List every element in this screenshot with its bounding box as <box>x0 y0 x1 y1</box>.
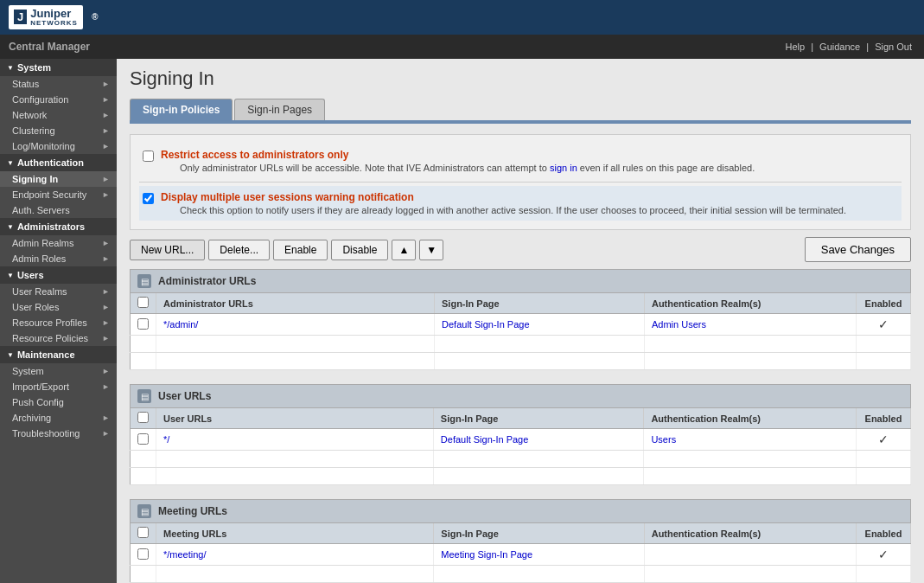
col-header-user-urls-3: Authentication Realm(s) <box>644 408 857 429</box>
auth-realm-link[interactable]: Admin Users <box>652 319 706 330</box>
row-checkbox[interactable] <box>137 433 149 445</box>
table-header-user-urls: ▤ User URLs <box>130 384 911 408</box>
sidebar-item-user-realms[interactable]: User Realms► <box>0 284 117 299</box>
table-title-admin-urls: Administrator URLs <box>158 275 256 287</box>
sidebar-item-clustering[interactable]: Clustering► <box>0 123 117 138</box>
signin-page-link[interactable]: Default Sign-In Page <box>441 434 529 445</box>
table-empty-row <box>131 451 911 468</box>
down-button[interactable]: ▼ <box>419 240 443 260</box>
table-section-admin-urls: ▤ Administrator URLs Administrator URLsS… <box>130 269 911 370</box>
up-button[interactable]: ▲ <box>392 240 416 260</box>
table-row: */Default Sign-In PageUsers✓ <box>131 429 911 451</box>
row-checkbox[interactable] <box>137 548 149 560</box>
auth-realm-link[interactable]: Users <box>651 434 676 445</box>
url-table-user-urls: User URLsSign-In PageAuthentication Real… <box>130 408 911 485</box>
signin-page-link[interactable]: Default Sign-In Page <box>442 319 530 330</box>
sidebar-item-label-push-config: Push Config <box>12 397 64 407</box>
sidebar-item-resource-profiles[interactable]: Resource Profiles► <box>0 315 117 330</box>
sidebar-item-label-user-realms: User Realms <box>12 286 67 297</box>
col-header-meeting-urls-0 <box>131 523 156 544</box>
sidebar-section-system[interactable]: ▼System <box>0 59 117 76</box>
url-table-admin-urls: Administrator URLsSign-In PageAuthentica… <box>130 293 911 370</box>
sidebar-item-user-roles[interactable]: User Roles► <box>0 299 117 315</box>
restrict-admin-checkbox[interactable] <box>143 151 154 162</box>
sidebar-item-status[interactable]: Status► <box>0 76 117 92</box>
select-all-checkbox[interactable] <box>137 527 149 538</box>
enable-button[interactable]: Enable <box>273 240 328 260</box>
sidebar-item-log-monitoring[interactable]: Log/Monitoring► <box>0 138 117 154</box>
save-changes-button[interactable]: Save Changes <box>805 237 911 262</box>
row-enabled: ✓ <box>856 544 910 566</box>
sign-in-link[interactable]: sign in <box>550 163 577 173</box>
delete-button[interactable]: Delete... <box>208 240 270 260</box>
option-display-multiple: Display multiple user sessions warning n… <box>139 186 902 221</box>
table-title-user-urls: User URLs <box>158 390 211 402</box>
sidebar-item-label-import-export: Import/Export <box>12 381 69 392</box>
select-all-checkbox[interactable] <box>137 412 149 423</box>
sidebar-item-label-endpoint-security: Endpoint Security <box>12 189 86 200</box>
logo: J Juniper NETWORKS ® <box>9 5 98 29</box>
sidebar-section-administrators[interactable]: ▼Administrators <box>0 218 117 235</box>
col-header-meeting-urls-3: Authentication Realm(s) <box>644 523 856 544</box>
tables-container: ▤ Administrator URLs Administrator URLsS… <box>130 269 911 583</box>
select-all-checkbox[interactable] <box>137 297 149 308</box>
row-auth-realm: Users <box>644 429 857 451</box>
tab-sign-in-policies[interactable]: Sign-in Policies <box>130 99 233 120</box>
url-table-meeting-urls: Meeting URLsSign-In PageAuthentication R… <box>130 523 911 583</box>
row-url: */meeting/ <box>156 544 434 566</box>
restrict-admin-label: Restrict access to administrators only <box>161 149 755 161</box>
col-header-meeting-urls-4: Enabled <box>856 523 910 544</box>
sidebar-item-import-export[interactable]: Import/Export► <box>0 379 117 394</box>
table-icon-user-urls: ▤ <box>137 389 151 403</box>
url-link[interactable]: */meeting/ <box>163 549 207 560</box>
sidebar-item-push-config[interactable]: Push Config <box>0 394 117 410</box>
signin-page-link[interactable]: Meeting Sign-In Page <box>441 549 532 560</box>
col-header-admin-urls-1: Administrator URLs <box>156 293 435 314</box>
table-section-meeting-urls: ▤ Meeting URLs Meeting URLsSign-In PageA… <box>130 499 911 583</box>
sidebar-section-users[interactable]: ▼Users <box>0 266 117 284</box>
row-auth-realm: Admin Users <box>644 314 856 336</box>
page-title: Signing In <box>130 67 911 90</box>
col-header-admin-urls-4: Enabled <box>856 293 910 314</box>
tabs-container: Sign-in Policies Sign-in Pages <box>130 99 911 120</box>
sidebar-section-authentication[interactable]: ▼Authentication <box>0 154 117 171</box>
sidebar-item-archiving[interactable]: Archiving► <box>0 410 117 426</box>
sidebar-item-network[interactable]: Network► <box>0 107 117 123</box>
sidebar-item-system-maint[interactable]: System► <box>0 363 117 379</box>
topbar: J Juniper NETWORKS ® <box>0 0 924 35</box>
col-header-user-urls-2: Sign-In Page <box>433 408 644 429</box>
sidebar-item-auth-servers[interactable]: Auth. Servers <box>0 202 117 218</box>
sidebar-item-label-resource-profiles: Resource Profiles <box>12 317 87 328</box>
sidebar-section-maintenance[interactable]: ▼Maintenance <box>0 346 117 363</box>
tab-sign-in-pages[interactable]: Sign-in Pages <box>234 99 325 120</box>
sidebar-item-configuration[interactable]: Configuration► <box>0 92 117 107</box>
sidebar-item-admin-roles[interactable]: Admin Roles► <box>0 251 117 266</box>
sidebar-item-label-admin-realms: Admin Realms <box>12 238 74 248</box>
sidebar-item-troubleshooting[interactable]: Troubleshooting► <box>0 426 117 441</box>
url-link[interactable]: */admin/ <box>163 319 198 330</box>
sidebar-item-label-clustering: Clustering <box>12 125 55 136</box>
help-link[interactable]: Help <box>786 42 806 52</box>
table-empty-row <box>131 353 911 370</box>
new-url-button[interactable]: New URL... <box>130 240 205 260</box>
sidebar: ▼SystemStatus►Configuration►Network►Clus… <box>0 59 117 583</box>
enabled-checkmark: ✓ <box>878 317 889 331</box>
guidance-link[interactable]: Guidance <box>819 42 860 52</box>
sidebar-item-label-configuration: Configuration <box>12 94 68 105</box>
sign-out-link[interactable]: Sign Out <box>875 42 912 52</box>
sidebar-item-label-status: Status <box>12 79 39 89</box>
sidebar-item-resource-policies[interactable]: Resource Policies► <box>0 330 117 346</box>
sidebar-item-signing-in[interactable]: Signing In► <box>0 171 117 187</box>
col-header-user-urls-1: User URLs <box>156 408 434 429</box>
disable-button[interactable]: Disable <box>331 240 388 260</box>
url-link[interactable]: */ <box>163 434 169 445</box>
sidebar-item-admin-realms[interactable]: Admin Realms► <box>0 235 117 251</box>
row-checkbox[interactable] <box>137 318 149 330</box>
col-header-meeting-urls-1: Meeting URLs <box>156 523 434 544</box>
display-multiple-checkbox[interactable] <box>143 193 154 204</box>
options-section: Restrict access to administrators only O… <box>130 134 911 230</box>
sidebar-item-endpoint-security[interactable]: Endpoint Security► <box>0 187 117 202</box>
sidebar-item-label-archiving: Archiving <box>12 413 51 423</box>
table-empty-row <box>131 468 911 485</box>
sidebar-item-label-system-maint: System <box>12 366 44 376</box>
